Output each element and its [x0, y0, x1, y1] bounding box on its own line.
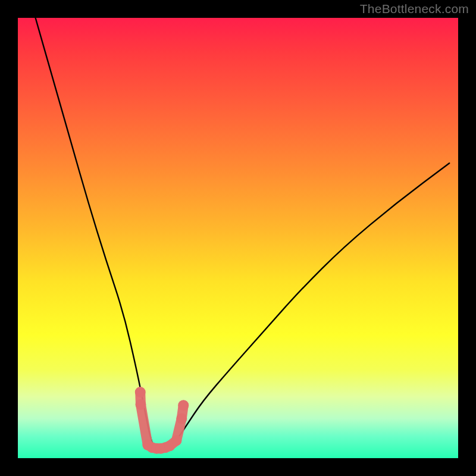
data-point	[135, 387, 146, 397]
curve-layer	[18, 18, 458, 458]
data-point	[176, 413, 187, 424]
data-point	[171, 435, 181, 446]
plot-area	[18, 18, 458, 458]
data-point	[135, 399, 146, 410]
watermark-text: TheBottleneck.com	[360, 2, 469, 16]
data-points-group	[135, 387, 189, 454]
data-point	[178, 400, 189, 411]
chart-frame: TheBottleneck.com	[0, 0, 476, 476]
bottleneck-curve	[36, 18, 450, 453]
